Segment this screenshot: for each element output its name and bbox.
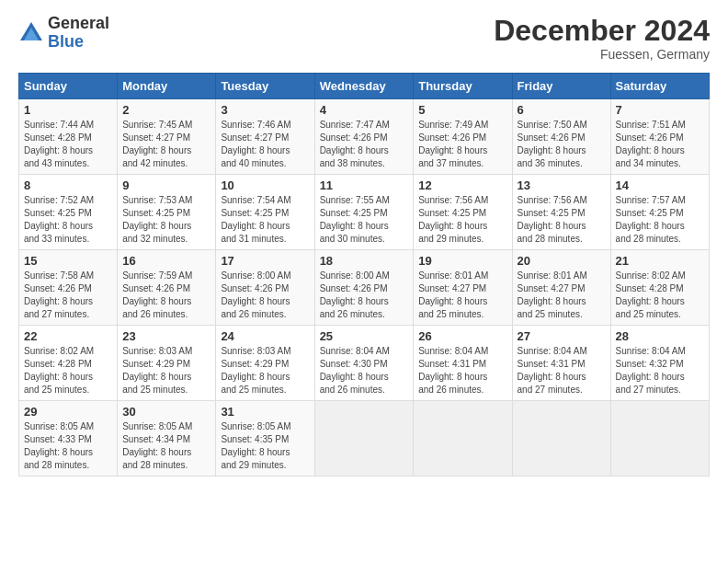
day-info: Sunrise: 8:01 AM Sunset: 4:27 PM Dayligh… — [518, 270, 606, 321]
day-info: Sunrise: 7:59 AM Sunset: 4:26 PM Dayligh… — [122, 270, 210, 321]
calendar-week-1: 1Sunrise: 7:44 AM Sunset: 4:28 PM Daylig… — [19, 99, 710, 175]
day-number: 21 — [616, 254, 704, 268]
day-number: 31 — [221, 405, 309, 419]
day-number: 13 — [518, 178, 606, 192]
day-info: Sunrise: 7:52 AM Sunset: 4:25 PM Dayligh… — [24, 194, 112, 246]
day-info: Sunrise: 8:04 AM Sunset: 4:32 PM Dayligh… — [616, 345, 704, 396]
calendar-cell: 25Sunrise: 8:04 AM Sunset: 4:30 PM Dayli… — [314, 326, 414, 401]
day-info: Sunrise: 7:46 AM Sunset: 4:27 PM Dayligh… — [221, 119, 309, 170]
calendar-header-monday: Monday — [118, 74, 216, 99]
calendar-cell: 6Sunrise: 7:50 AM Sunset: 4:26 PM Daylig… — [512, 99, 610, 175]
day-info: Sunrise: 7:51 AM Sunset: 4:26 PM Dayligh… — [616, 119, 704, 170]
calendar-cell: 21Sunrise: 8:02 AM Sunset: 4:28 PM Dayli… — [610, 250, 709, 326]
calendar-cell: 26Sunrise: 8:04 AM Sunset: 4:31 PM Dayli… — [414, 326, 512, 401]
day-number: 30 — [122, 405, 210, 419]
calendar-cell: 22Sunrise: 8:02 AM Sunset: 4:28 PM Dayli… — [19, 326, 118, 401]
day-number: 7 — [616, 103, 704, 117]
calendar-cell: 2Sunrise: 7:45 AM Sunset: 4:27 PM Daylig… — [118, 99, 216, 175]
day-number: 18 — [320, 254, 409, 268]
calendar-cell: 5Sunrise: 7:49 AM Sunset: 4:26 PM Daylig… — [414, 99, 512, 175]
day-info: Sunrise: 8:04 AM Sunset: 4:31 PM Dayligh… — [418, 345, 506, 396]
day-number: 23 — [122, 329, 210, 343]
day-number: 25 — [320, 329, 409, 343]
day-number: 3 — [221, 103, 309, 117]
logo-text: General Blue — [48, 15, 109, 52]
day-info: Sunrise: 7:44 AM Sunset: 4:28 PM Dayligh… — [24, 119, 112, 170]
calendar-header-tuesday: Tuesday — [216, 74, 314, 99]
calendar-cell: 9Sunrise: 7:53 AM Sunset: 4:25 PM Daylig… — [118, 175, 216, 250]
day-info: Sunrise: 8:05 AM Sunset: 4:35 PM Dayligh… — [221, 420, 309, 472]
calendar-cell: 12Sunrise: 7:56 AM Sunset: 4:25 PM Dayli… — [414, 175, 512, 250]
calendar-week-5: 29Sunrise: 8:05 AM Sunset: 4:33 PM Dayli… — [19, 401, 710, 477]
calendar-header-thursday: Thursday — [414, 74, 512, 99]
title-area: December 2024 Fuessen, Germany — [494, 15, 710, 62]
day-info: Sunrise: 8:03 AM Sunset: 4:29 PM Dayligh… — [221, 345, 309, 396]
logo-blue-text: Blue — [48, 33, 109, 52]
day-info: Sunrise: 8:02 AM Sunset: 4:28 PM Dayligh… — [616, 270, 704, 321]
calendar-cell: 30Sunrise: 8:05 AM Sunset: 4:34 PM Dayli… — [118, 401, 216, 477]
calendar-cell — [610, 401, 709, 477]
day-number: 11 — [320, 178, 409, 192]
calendar-cell: 18Sunrise: 8:00 AM Sunset: 4:26 PM Dayli… — [314, 250, 414, 326]
calendar-cell: 19Sunrise: 8:01 AM Sunset: 4:27 PM Dayli… — [414, 250, 512, 326]
day-info: Sunrise: 7:56 AM Sunset: 4:25 PM Dayligh… — [518, 194, 606, 246]
day-info: Sunrise: 8:04 AM Sunset: 4:30 PM Dayligh… — [320, 345, 409, 396]
day-number: 2 — [122, 103, 210, 117]
day-info: Sunrise: 8:03 AM Sunset: 4:29 PM Dayligh… — [122, 345, 210, 396]
day-info: Sunrise: 7:47 AM Sunset: 4:26 PM Dayligh… — [320, 119, 409, 170]
logo: General Blue — [18, 15, 109, 52]
calendar-cell: 10Sunrise: 7:54 AM Sunset: 4:25 PM Dayli… — [216, 175, 314, 250]
logo-general-text: General — [48, 15, 109, 33]
day-number: 22 — [24, 329, 112, 343]
day-info: Sunrise: 7:58 AM Sunset: 4:26 PM Dayligh… — [24, 270, 112, 321]
day-info: Sunrise: 8:02 AM Sunset: 4:28 PM Dayligh… — [24, 345, 112, 396]
day-number: 1 — [24, 103, 112, 117]
calendar-cell: 14Sunrise: 7:57 AM Sunset: 4:25 PM Dayli… — [610, 175, 709, 250]
month-title: December 2024 — [494, 15, 710, 47]
calendar-cell: 3Sunrise: 7:46 AM Sunset: 4:27 PM Daylig… — [216, 99, 314, 175]
day-info: Sunrise: 8:05 AM Sunset: 4:33 PM Dayligh… — [24, 420, 112, 472]
calendar-cell: 7Sunrise: 7:51 AM Sunset: 4:26 PM Daylig… — [610, 99, 709, 175]
day-number: 17 — [221, 254, 309, 268]
calendar-week-4: 22Sunrise: 8:02 AM Sunset: 4:28 PM Dayli… — [19, 326, 710, 401]
calendar-cell: 1Sunrise: 7:44 AM Sunset: 4:28 PM Daylig… — [19, 99, 118, 175]
day-number: 8 — [24, 178, 112, 192]
day-info: Sunrise: 7:50 AM Sunset: 4:26 PM Dayligh… — [518, 119, 606, 170]
calendar-header-wednesday: Wednesday — [314, 74, 414, 99]
day-info: Sunrise: 8:00 AM Sunset: 4:26 PM Dayligh… — [221, 270, 309, 321]
calendar-header-row: SundayMondayTuesdayWednesdayThursdayFrid… — [19, 74, 710, 99]
day-number: 12 — [418, 178, 506, 192]
day-number: 15 — [24, 254, 112, 268]
location-title: Fuessen, Germany — [494, 47, 710, 62]
calendar-cell: 29Sunrise: 8:05 AM Sunset: 4:33 PM Dayli… — [19, 401, 118, 477]
day-info: Sunrise: 7:53 AM Sunset: 4:25 PM Dayligh… — [122, 194, 210, 246]
day-info: Sunrise: 8:05 AM Sunset: 4:34 PM Dayligh… — [122, 420, 210, 472]
calendar-cell: 11Sunrise: 7:55 AM Sunset: 4:25 PM Dayli… — [314, 175, 414, 250]
calendar-cell: 23Sunrise: 8:03 AM Sunset: 4:29 PM Dayli… — [118, 326, 216, 401]
calendar-week-2: 8Sunrise: 7:52 AM Sunset: 4:25 PM Daylig… — [19, 175, 710, 250]
header: General Blue December 2024 Fuessen, Germ… — [18, 15, 710, 62]
day-number: 9 — [122, 178, 210, 192]
calendar-header-saturday: Saturday — [610, 74, 709, 99]
calendar-cell: 16Sunrise: 7:59 AM Sunset: 4:26 PM Dayli… — [118, 250, 216, 326]
day-number: 4 — [320, 103, 409, 117]
day-number: 26 — [418, 329, 506, 343]
day-number: 14 — [616, 178, 704, 192]
day-info: Sunrise: 8:01 AM Sunset: 4:27 PM Dayligh… — [418, 270, 506, 321]
day-info: Sunrise: 7:57 AM Sunset: 4:25 PM Dayligh… — [616, 194, 704, 246]
day-info: Sunrise: 7:55 AM Sunset: 4:25 PM Dayligh… — [320, 194, 409, 246]
logo-icon — [18, 20, 44, 46]
day-number: 28 — [616, 329, 704, 343]
calendar-cell: 31Sunrise: 8:05 AM Sunset: 4:35 PM Dayli… — [216, 401, 314, 477]
calendar-header-sunday: Sunday — [19, 74, 118, 99]
calendar-cell: 15Sunrise: 7:58 AM Sunset: 4:26 PM Dayli… — [19, 250, 118, 326]
calendar-cell — [512, 401, 610, 477]
day-number: 6 — [518, 103, 606, 117]
day-info: Sunrise: 7:56 AM Sunset: 4:25 PM Dayligh… — [418, 194, 506, 246]
day-info: Sunrise: 7:49 AM Sunset: 4:26 PM Dayligh… — [418, 119, 506, 170]
calendar-cell: 17Sunrise: 8:00 AM Sunset: 4:26 PM Dayli… — [216, 250, 314, 326]
day-info: Sunrise: 8:00 AM Sunset: 4:26 PM Dayligh… — [320, 270, 409, 321]
calendar-header-friday: Friday — [512, 74, 610, 99]
calendar-week-3: 15Sunrise: 7:58 AM Sunset: 4:26 PM Dayli… — [19, 250, 710, 326]
day-number: 29 — [24, 405, 112, 419]
